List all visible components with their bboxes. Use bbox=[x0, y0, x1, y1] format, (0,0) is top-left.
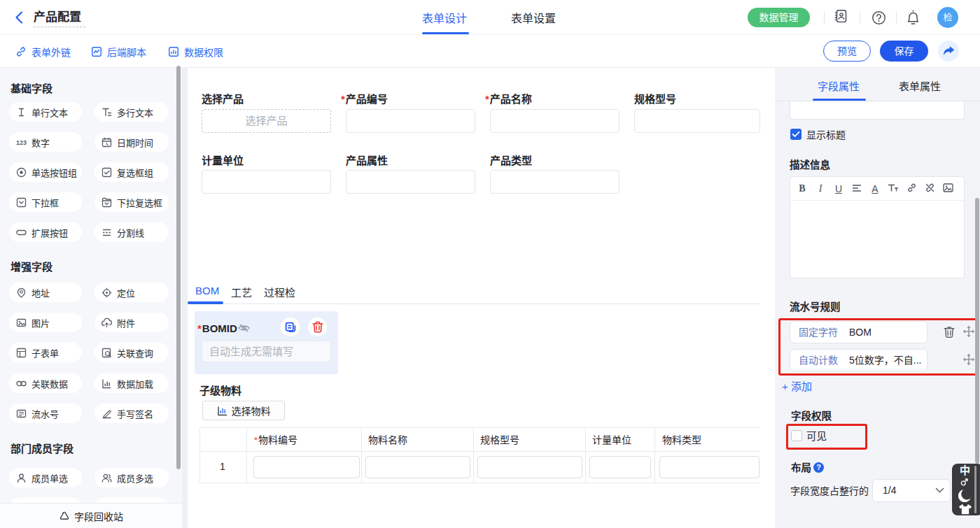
svg-text:123: 123 bbox=[16, 139, 27, 146]
